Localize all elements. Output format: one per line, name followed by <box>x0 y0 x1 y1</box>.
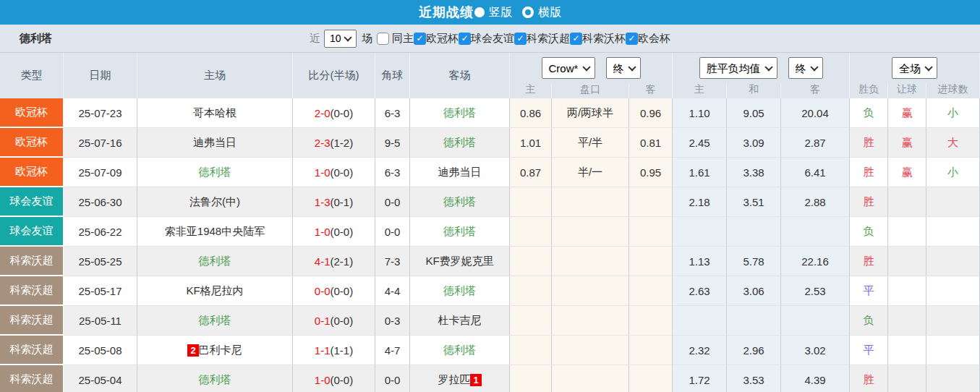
scope-select[interactable]: 全场 <box>892 58 937 78</box>
team-link[interactable]: 德利塔 <box>199 166 231 178</box>
score-halftime: (0-1) <box>331 196 354 208</box>
sub-col-header: 盘口 <box>552 83 629 98</box>
cell-competition-type: 球会友谊 <box>0 217 64 247</box>
layout-radio-vertical[interactable] <box>474 7 485 17</box>
team-link[interactable]: 法鲁尔(中) <box>189 195 240 208</box>
sub-col-header: 主 <box>673 83 727 98</box>
cell-avg-win: 2.18 <box>673 187 727 217</box>
cell-odds-away <box>629 217 673 247</box>
score-fulltime: 0-0 <box>315 285 331 297</box>
competition-filter[interactable]: ✓欧冠杯 <box>414 32 459 46</box>
scope-group-header: 全场 <box>850 53 980 83</box>
layout-horizontal-label[interactable]: 横版 <box>538 5 561 20</box>
competition-filter[interactable]: ✓欧会杯 <box>626 32 670 46</box>
competition-filter[interactable]: ✓球会友谊 <box>459 32 514 46</box>
team-link[interactable]: 哥本哈根 <box>193 106 237 119</box>
bookmaker-select[interactable]: Crow* <box>542 58 595 78</box>
cell-avg-lose: 2.88 <box>781 187 850 217</box>
cell-goals-result <box>926 306 980 336</box>
cell-date: 25-07-16 <box>64 128 137 158</box>
cell-competition-type: 欧冠杯 <box>0 158 64 187</box>
table-row: 球会友谊25-06-30法鲁尔(中)1-3(0-1)0-0德利塔2.183.51… <box>0 187 980 217</box>
score-fulltime: 0-1 <box>315 315 331 327</box>
team-link[interactable]: 罗拉匹 <box>438 373 470 385</box>
cell-avg-draw: 2.96 <box>727 336 781 365</box>
cell-goals-result <box>926 336 980 365</box>
team-link[interactable]: 德利塔 <box>443 136 476 148</box>
cell-score: 1-3(0-1) <box>293 187 375 217</box>
team-link[interactable]: 迪弗当日 <box>193 136 237 148</box>
team-link[interactable]: 索非亚1948中央陆军 <box>165 225 265 237</box>
cell-home-team: 德利塔 <box>137 158 293 187</box>
cell-odds-away <box>629 306 673 336</box>
team-link[interactable]: 德利塔 <box>443 106 476 119</box>
cell-away-team: 迪弗当日 <box>410 158 510 187</box>
sub-col-header: 让球 <box>888 83 926 98</box>
cell-date: 25-05-25 <box>64 247 137 276</box>
cell-odds-away: 0.95 <box>629 158 673 187</box>
score-halftime: (2-1) <box>331 255 354 268</box>
cell-odds-away: 0.81 <box>629 128 673 158</box>
competition-checkbox[interactable]: ✓ <box>570 33 582 45</box>
cell-away-team: 德利塔 <box>410 187 510 217</box>
table-row: 球会友谊25-06-22索非亚1948中央陆军1-0(0-0)0-0德利塔负 <box>0 217 980 247</box>
sub-col-header: 客 <box>781 83 850 98</box>
team-link[interactable]: KF费罗妮克里 <box>425 255 493 267</box>
competition-label: 欧会杯 <box>638 32 670 46</box>
average-select-wrap: 胜平负均值 <box>699 57 777 79</box>
cell-competition-type: 欧冠杯 <box>0 128 64 158</box>
cell-result: 负 <box>850 217 888 247</box>
cell-corners: 0-0 <box>375 187 410 217</box>
team-link[interactable]: 德利塔 <box>199 314 231 326</box>
cell-corners: 4-7 <box>375 336 410 365</box>
sub-col-header: 胜负 <box>850 83 888 98</box>
cell-score: 2-0(0-0) <box>293 98 375 128</box>
team-link[interactable]: 巴利卡尼 <box>199 344 242 356</box>
team-link[interactable]: 德利塔 <box>199 373 231 385</box>
team-link[interactable]: 德利塔 <box>443 284 476 297</box>
team-link[interactable]: 迪弗当日 <box>438 166 482 178</box>
cell-handicap: 平/半 <box>552 128 629 158</box>
average-time-select[interactable]: 终 <box>789 58 822 78</box>
cell-result: 胜 <box>850 365 888 392</box>
competition-checkbox[interactable]: ✓ <box>514 33 527 45</box>
cell-odds-home <box>510 365 552 392</box>
cell-odds-home <box>510 306 552 336</box>
cell-avg-lose <box>781 306 850 336</box>
cell-odds-away <box>629 276 673 306</box>
cell-handicap-result <box>888 217 926 247</box>
cell-odds-home <box>510 276 552 306</box>
score-halftime: (0-0) <box>331 315 354 327</box>
team-link[interactable]: 德利塔 <box>443 225 476 237</box>
cell-handicap <box>552 336 629 365</box>
competition-filter[interactable]: ✓科索沃超 <box>514 32 570 46</box>
cell-avg-lose: 2.87 <box>781 128 850 158</box>
cell-handicap-result <box>888 365 926 392</box>
competition-filter[interactable]: ✓科索沃杯 <box>570 32 626 46</box>
same-home-filter[interactable]: 同主 <box>377 32 414 46</box>
layout-radio-horizontal[interactable] <box>522 7 534 18</box>
cell-corners: 6-3 <box>375 98 410 128</box>
competition-checkbox[interactable]: ✓ <box>626 33 638 45</box>
cell-handicap-result <box>888 247 926 276</box>
team-link[interactable]: KF格尼拉内 <box>186 284 243 297</box>
team-link[interactable]: 德利塔 <box>199 255 231 267</box>
cell-goals-result <box>926 247 980 276</box>
bookmaker-time-select[interactable]: 终 <box>607 58 640 78</box>
competition-checkbox[interactable]: ✓ <box>459 33 471 45</box>
team-link[interactable]: 德利塔 <box>443 195 476 208</box>
cell-result: 平 <box>850 276 888 306</box>
same-home-checkbox[interactable] <box>377 33 389 45</box>
col-header-home: 主场 <box>137 53 293 98</box>
layout-vertical-label[interactable]: 竖版 <box>489 5 512 20</box>
cell-home-team: 迪弗当日 <box>137 128 293 158</box>
cell-handicap <box>552 276 629 306</box>
team-link[interactable]: 杜卡吉尼 <box>438 314 482 326</box>
recent-count-select[interactable]: 10 <box>325 30 356 47</box>
average-select[interactable]: 胜平负均值 <box>700 58 777 78</box>
competition-checkbox[interactable]: ✓ <box>414 33 426 45</box>
bookmaker-select-wrap: Crow* <box>542 57 595 79</box>
team-link[interactable]: 德利塔 <box>443 344 476 356</box>
cell-home-team: 索非亚1948中央陆军 <box>137 217 293 247</box>
cell-avg-lose: 20.04 <box>781 98 850 128</box>
